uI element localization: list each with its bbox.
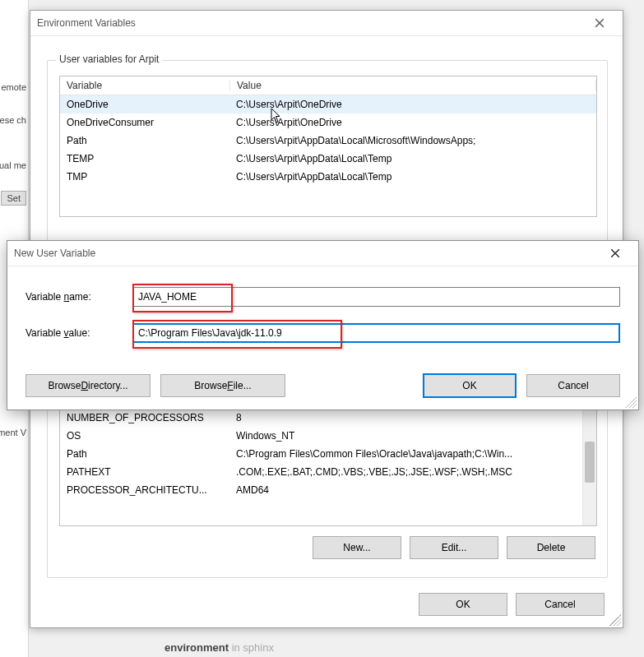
cell-variable: OneDriveConsumer	[60, 117, 229, 128]
env-titlebar: Environment Variables	[30, 11, 623, 36]
table-row[interactable]: TMPC:\Users\Arpit\AppData\Local\Temp	[60, 168, 596, 186]
system-variables-table[interactable]: NUMBER_OF_PROCESSORS8OSWindows_NTPathC:\…	[59, 408, 597, 526]
env-close-button[interactable]	[583, 12, 616, 35]
table-row[interactable]: PATHEXT.COM;.EXE;.BAT;.CMD;.VBS;.VBE;.JS…	[60, 463, 596, 481]
cell-value: C:\Users\Arpit\OneDrive	[229, 117, 596, 128]
resize-grip[interactable]	[625, 396, 637, 408]
table-row[interactable]: OneDriveConsumerC:\Users\Arpit\OneDrive	[60, 113, 596, 132]
user-variables-table[interactable]: Variable Value OneDriveC:\Users\Arpit\On…	[59, 76, 597, 217]
close-icon	[595, 18, 605, 28]
sys-new-button[interactable]: New...	[313, 536, 401, 559]
nuv-close-button[interactable]	[599, 242, 632, 265]
nuv-ok-button[interactable]: OK	[423, 373, 517, 398]
env-title: Environment Variables	[37, 17, 583, 29]
variable-value-input[interactable]	[132, 323, 620, 343]
cell-variable: Path	[60, 135, 229, 146]
cell-value: C:\Users\Arpit\OneDrive	[229, 99, 596, 110]
bottom-fragment: environment in sphinx	[164, 641, 274, 654]
user-variables-group-label: User variables for Arpit	[56, 53, 162, 65]
browse-directory-button[interactable]: Browse Directory...	[25, 374, 151, 397]
table-header: Variable Value	[60, 76, 596, 95]
cell-variable: TEMP	[60, 153, 229, 164]
table-row[interactable]: OSWindows_NT	[60, 427, 596, 445]
col-header-value[interactable]: Value	[230, 80, 596, 91]
table-row[interactable]: PROCESSOR_ARCHITECTU...AMD64	[60, 481, 596, 499]
cell-variable: Path	[60, 448, 229, 460]
cell-variable: NUMBER_OF_PROCESSORS	[60, 412, 229, 423]
cell-variable: TMP	[60, 171, 229, 183]
variable-name-input[interactable]	[132, 287, 620, 307]
nuv-titlebar: New User Variable	[7, 241, 638, 266]
cell-variable: OS	[60, 430, 229, 442]
scrollbar[interactable]	[582, 409, 596, 525]
table-row[interactable]: NUMBER_OF_PROCESSORS8	[60, 409, 596, 427]
env-ok-button[interactable]: OK	[419, 593, 507, 616]
cell-value: .COM;.EXE;.BAT;.CMD;.VBS;.VBE;.JS;.JSE;.…	[229, 466, 596, 478]
variable-name-label: Variable name:	[25, 291, 132, 303]
table-row[interactable]: PathC:\Users\Arpit\AppData\Local\Microso…	[60, 132, 596, 150]
cell-value: 8	[229, 412, 596, 423]
env-cancel-button[interactable]: Cancel	[516, 593, 605, 616]
sys-delete-button[interactable]: Delete	[507, 536, 595, 559]
col-header-variable[interactable]: Variable	[60, 80, 230, 91]
cell-value: AMD64	[229, 484, 596, 496]
cell-variable: OneDrive	[60, 99, 229, 110]
bg-text: ese ch	[0, 115, 26, 125]
close-icon	[610, 248, 620, 258]
variable-value-label: Variable value:	[25, 327, 132, 339]
table-row[interactable]: PathC:\Program Files\Common Files\Oracle…	[60, 445, 596, 463]
cell-variable: PATHEXT	[60, 466, 229, 478]
cell-value: C:\Program Files\Common Files\Oracle\Jav…	[229, 448, 596, 460]
cell-value: Windows_NT	[229, 430, 596, 442]
scrollbar-thumb[interactable]	[585, 442, 595, 483]
table-row[interactable]: TEMPC:\Users\Arpit\AppData\Local\Temp	[60, 150, 596, 168]
resize-grip[interactable]	[609, 614, 621, 626]
bg-set-button[interactable]: Set	[1, 191, 26, 206]
browse-file-button[interactable]: Browse File...	[160, 374, 285, 397]
nuv-title: New User Variable	[14, 248, 599, 259]
table-row[interactable]: OneDriveC:\Users\Arpit\OneDrive	[60, 95, 596, 113]
cell-variable: PROCESSOR_ARCHITECTU...	[60, 484, 229, 496]
bg-text: ment V	[0, 428, 26, 437]
cell-value: C:\Users\Arpit\AppData\Local\Microsoft\W…	[229, 135, 596, 146]
bg-text: ual me	[0, 160, 26, 170]
sys-edit-button[interactable]: Edit...	[410, 536, 498, 559]
new-user-variable-window: New User Variable Variable name: Variabl…	[7, 240, 639, 410]
cell-value: C:\Users\Arpit\AppData\Local\Temp	[229, 171, 596, 183]
cell-value: C:\Users\Arpit\AppData\Local\Temp	[229, 153, 596, 164]
nuv-cancel-button[interactable]: Cancel	[526, 374, 620, 397]
bg-text: emote	[1, 82, 26, 92]
